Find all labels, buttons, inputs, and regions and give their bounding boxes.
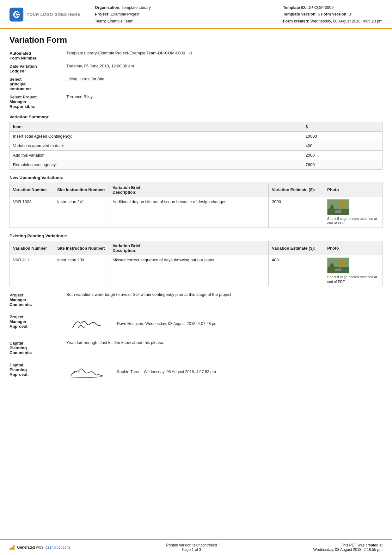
- vs-value: 10000: [302, 131, 383, 141]
- form-version-label: Form Version:: [321, 12, 348, 16]
- pm-approval-label: ProjectManagerApproval:: [9, 314, 66, 329]
- nu-col-vb: Variation BriefDescription:: [109, 183, 269, 197]
- template-version-value: 6: [318, 12, 320, 16]
- nu-header-row: Variation Number Site Instruction Number…: [10, 183, 383, 197]
- logo-icon: [9, 8, 23, 22]
- ep-header-row: Variation Number Site Instruction Number…: [10, 241, 383, 255]
- vs-value: 400: [302, 141, 383, 150]
- vs-col-dollar: $: [302, 122, 383, 131]
- existing-pending-heading: Existing Pending Variations:: [9, 234, 383, 238]
- cp-comments-row: CapitalPlanningComments: Yeah fair enoug…: [9, 340, 383, 355]
- cp-signature-img: [66, 364, 107, 381]
- svg-rect-17: [335, 269, 341, 271]
- field-value-dv: Tuesday, 05 June 2018, 12:00:00 am: [66, 64, 383, 68]
- pm-comments-value: Both variations were tough to avoid. Sti…: [66, 292, 383, 297]
- nu-col-photo: Photo: [324, 183, 383, 197]
- logo-text: YOUR LOGO GOES HERE: [27, 12, 80, 17]
- new-upcoming-table: Variation Number Site Instruction Number…: [9, 183, 383, 228]
- field-label-pm: Select ProjectManagerResponsible:: [9, 94, 66, 109]
- vs-item: Add this variation:: [10, 150, 302, 160]
- team-value: Example Team: [107, 19, 133, 23]
- ep-estimate: 400: [269, 255, 324, 286]
- footer-right-line1: This PDF was created at: [313, 543, 383, 547]
- footer: Generated with dashpivot.com Printed ver…: [0, 539, 392, 555]
- logo-area: YOUR LOGO GOES HERE: [9, 4, 85, 25]
- cp-signer-text: Sophie Turner, Wednesday, 08 August 2018…: [117, 364, 216, 374]
- team-label: Team:: [95, 19, 106, 23]
- page: YOUR LOGO GOES HERE Organisation: Templa…: [0, 0, 392, 555]
- field-value-pm: Terrence Riley: [66, 94, 383, 99]
- project-row: Project: Example Project: [95, 11, 283, 18]
- vs-item: Insert Total Agreed Contingency:: [10, 131, 302, 141]
- vs-value: 7600: [302, 160, 383, 169]
- pm-signer-text: Dave Hodgson, Wednesday, 08 August 2018,…: [117, 316, 217, 326]
- pm-comments-row: ProjectManagerComments: Both variations …: [9, 292, 383, 307]
- nu-site-instruction: Instruction 241: [54, 197, 109, 228]
- generated-text: Generated with: [17, 545, 43, 550]
- pm-comments-label: ProjectManagerComments:: [9, 292, 66, 307]
- form-title: Variation Form: [9, 35, 383, 45]
- vs-value: 2000: [302, 150, 383, 160]
- field-project-manager: Select ProjectManagerResponsible: Terren…: [9, 94, 383, 109]
- ep-col-photo: Photo: [324, 241, 383, 255]
- field-value-pc: Lifting Heros On Site: [66, 77, 383, 81]
- ep-description: Missed correct sequence of days throwing…: [109, 255, 269, 286]
- org-row: Organisation: Template Library: [95, 4, 283, 11]
- nu-estimate: 2000: [269, 197, 324, 228]
- header-meta: Organisation: Template Library Project: …: [85, 4, 283, 25]
- table-row: Add this variation:2000: [10, 150, 383, 160]
- form-created-value: Wednesday, 08 August 2018, 4:05:23 pm: [310, 19, 383, 23]
- bar3: [13, 545, 15, 550]
- bar2: [11, 547, 13, 550]
- photo-svg: [328, 199, 349, 215]
- footer-right-line2: Wednesday, 08 August 2018, 6:18:55 pm: [313, 547, 383, 552]
- nu-col-vn: Variation Number: [10, 183, 54, 197]
- table-row: Remaining contingency:7600: [10, 160, 383, 169]
- existing-pending-table: Variation Number Site Instruction Number…: [9, 241, 383, 286]
- nu-photo-caption: See full page photos attached at end of …: [327, 216, 378, 226]
- bar1: [9, 548, 11, 550]
- photo-thumbnail: [327, 258, 349, 273]
- new-upcoming-heading: New Upcoming Variations:: [9, 175, 383, 180]
- approval-section: ProjectManagerComments: Both variations …: [9, 292, 383, 381]
- project-label: Project:: [95, 12, 110, 16]
- dashpivot-link[interactable]: dashpivot.com: [45, 545, 70, 550]
- vs-col-item: Item:: [10, 122, 302, 131]
- template-version-label: Template Version:: [283, 12, 317, 16]
- table-row: VAR-211 Instruction 239 Missed correct s…: [10, 255, 383, 286]
- svg-rect-8: [335, 210, 341, 213]
- main-content: Variation Form AutomatedForm Number Temp…: [0, 29, 392, 539]
- ep-photo-cell: See full page photos attached at end of …: [327, 258, 379, 284]
- ep-var-number: VAR-211: [10, 255, 54, 286]
- org-value: Template Library: [122, 5, 151, 10]
- cp-comments-label: CapitalPlanningComments:: [9, 340, 66, 355]
- logo-svg: [12, 10, 21, 19]
- nu-col-si: Site Instruction Number:: [54, 183, 109, 197]
- ep-col-ve: Variation Estimate ($):: [269, 241, 324, 255]
- vs-item: Variations approved to date:: [10, 141, 302, 150]
- cp-approval-content: Sophie Turner, Wednesday, 08 August 2018…: [66, 362, 383, 381]
- cp-approval-label: CapitalPlanningApproval:: [9, 362, 66, 377]
- nu-photo: See full page photos attached at end of …: [324, 197, 383, 228]
- cp-signature-svg: [66, 363, 107, 382]
- footer-center: Printed version is uncontrolled Page 1 o…: [166, 543, 217, 552]
- variation-summary-table: Item: $ Insert Total Agreed Contingency:…: [9, 122, 383, 170]
- table-row: VAR-1098 Instruction 241 Additional day …: [10, 197, 383, 228]
- pm-approval-content: Dave Hodgson, Wednesday, 08 August 2018,…: [66, 314, 383, 333]
- nu-description: Additional day on site out of scope beca…: [109, 197, 269, 228]
- dashpivot-bar-icon: [9, 545, 15, 550]
- nu-col-ve: Variation Estimate ($):: [269, 183, 324, 197]
- vs-header-row: Item: $: [10, 122, 383, 131]
- template-version-row: Template Version: 6 Form Version: 3: [283, 11, 383, 18]
- template-id-value: DP-COM-0009: [308, 5, 334, 10]
- pm-approval-row: ProjectManagerApproval: Dave Hodgson, We…: [9, 314, 383, 333]
- field-principal-contractor: Selectprincipalcontractor: Lifting Heros…: [9, 77, 383, 91]
- table-row: Variations approved to date:400: [10, 141, 383, 150]
- ep-photo: See full page photos attached at end of …: [324, 255, 383, 286]
- vs-item: Remaining contingency:: [10, 160, 302, 169]
- template-id-row: Template ID: DP-COM-0009: [283, 4, 383, 11]
- pm-signature-area: Dave Hodgson, Wednesday, 08 August 2018,…: [66, 316, 383, 333]
- project-value: Example Project: [111, 12, 139, 16]
- field-label-pc: Selectprincipalcontractor:: [9, 77, 66, 91]
- cp-comments-value: Yeah fair enough. Just let Jim know abou…: [66, 340, 383, 345]
